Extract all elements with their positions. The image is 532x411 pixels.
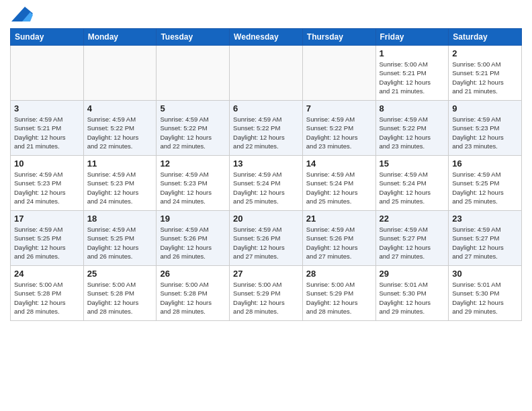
day-info: Sunrise: 5:01 AM Sunset: 5:30 PM Dayligh… [452,280,518,316]
day-number: 24 [14,269,80,279]
calendar-cell: 10Sunrise: 4:59 AM Sunset: 5:23 PM Dayli… [11,156,84,211]
calendar-cell: 25Sunrise: 5:00 AM Sunset: 5:28 PM Dayli… [83,266,157,321]
day-number: 8 [380,103,445,113]
day-number: 22 [380,214,445,224]
calendar-cell: 29Sunrise: 5:01 AM Sunset: 5:30 PM Dayli… [375,266,449,321]
calendar-cell: 5Sunrise: 4:59 AM Sunset: 5:22 PM Daylig… [157,101,230,156]
calendar-cell: 13Sunrise: 4:59 AM Sunset: 5:24 PM Dayli… [230,156,303,211]
logo-icon [11,7,33,21]
calendar-cell: 20Sunrise: 4:59 AM Sunset: 5:26 PM Dayli… [230,211,303,266]
day-info: Sunrise: 4:59 AM Sunset: 5:25 PM Dayligh… [452,170,518,205]
calendar-cell: 24Sunrise: 5:00 AM Sunset: 5:28 PM Dayli… [11,266,84,321]
calendar-cell: 3Sunrise: 4:59 AM Sunset: 5:21 PM Daylig… [11,101,84,156]
page: SundayMondayTuesdayWednesdayThursdayFrid… [0,0,532,328]
day-info: Sunrise: 5:00 AM Sunset: 5:28 PM Dayligh… [87,280,153,316]
calendar-week-row-5: 24Sunrise: 5:00 AM Sunset: 5:28 PM Dayli… [11,266,522,321]
calendar-cell: 6Sunrise: 4:59 AM Sunset: 5:22 PM Daylig… [230,101,303,156]
day-number: 23 [452,214,518,224]
day-info: Sunrise: 4:59 AM Sunset: 5:23 PM Dayligh… [87,170,153,205]
day-number: 21 [306,214,372,224]
weekday-header-wednesday: Wednesday [230,29,303,46]
calendar-cell [302,46,375,101]
day-info: Sunrise: 4:59 AM Sunset: 5:22 PM Dayligh… [380,115,445,150]
day-info: Sunrise: 4:59 AM Sunset: 5:23 PM Dayligh… [160,170,226,205]
weekday-header-monday: Monday [83,29,157,46]
calendar-cell: 15Sunrise: 4:59 AM Sunset: 5:24 PM Dayli… [375,156,449,211]
day-number: 29 [380,269,445,279]
calendar-cell [83,46,157,101]
calendar-cell: 8Sunrise: 4:59 AM Sunset: 5:22 PM Daylig… [375,101,449,156]
day-number: 13 [233,158,299,169]
day-info: Sunrise: 4:59 AM Sunset: 5:22 PM Dayligh… [87,115,153,150]
weekday-header-saturday: Saturday [449,29,522,46]
calendar-cell: 7Sunrise: 4:59 AM Sunset: 5:22 PM Daylig… [302,101,375,156]
calendar-cell [157,46,230,101]
day-info: Sunrise: 5:01 AM Sunset: 5:30 PM Dayligh… [380,280,445,316]
day-number: 14 [306,158,372,169]
calendar-cell: 30Sunrise: 5:01 AM Sunset: 5:30 PM Dayli… [449,266,522,321]
calendar-cell: 14Sunrise: 4:59 AM Sunset: 5:24 PM Dayli… [302,156,375,211]
day-info: Sunrise: 4:59 AM Sunset: 5:22 PM Dayligh… [160,115,226,150]
day-number: 16 [452,158,518,169]
day-info: Sunrise: 5:00 AM Sunset: 5:28 PM Dayligh… [14,280,80,316]
calendar-cell: 27Sunrise: 5:00 AM Sunset: 5:29 PM Dayli… [230,266,303,321]
day-number: 12 [160,158,226,169]
weekday-header-sunday: Sunday [11,29,84,46]
calendar-cell: 2Sunrise: 5:00 AM Sunset: 5:21 PM Daylig… [449,46,522,101]
weekday-header-friday: Friday [375,29,449,46]
day-number: 19 [160,214,226,224]
calendar-week-row-3: 10Sunrise: 4:59 AM Sunset: 5:23 PM Dayli… [11,156,522,211]
day-info: Sunrise: 5:00 AM Sunset: 5:21 PM Dayligh… [380,60,445,95]
day-number: 11 [87,158,153,169]
calendar-cell: 18Sunrise: 4:59 AM Sunset: 5:25 PM Dayli… [83,211,157,266]
calendar-cell: 9Sunrise: 4:59 AM Sunset: 5:23 PM Daylig… [449,101,522,156]
day-number: 3 [14,103,80,113]
logo [10,7,33,21]
calendar-cell: 22Sunrise: 4:59 AM Sunset: 5:27 PM Dayli… [375,211,449,266]
calendar-week-row-2: 3Sunrise: 4:59 AM Sunset: 5:21 PM Daylig… [11,101,522,156]
calendar-week-row-1: 1Sunrise: 5:00 AM Sunset: 5:21 PM Daylig… [11,46,522,101]
header [10,7,522,21]
day-number: 10 [14,158,80,169]
day-info: Sunrise: 5:00 AM Sunset: 5:28 PM Dayligh… [160,280,226,316]
day-info: Sunrise: 4:59 AM Sunset: 5:21 PM Dayligh… [14,115,80,150]
weekday-header-thursday: Thursday [302,29,375,46]
calendar-cell: 16Sunrise: 4:59 AM Sunset: 5:25 PM Dayli… [449,156,522,211]
day-number: 27 [233,269,299,279]
day-info: Sunrise: 4:59 AM Sunset: 5:22 PM Dayligh… [306,115,372,150]
day-info: Sunrise: 4:59 AM Sunset: 5:27 PM Dayligh… [380,225,445,261]
day-info: Sunrise: 4:59 AM Sunset: 5:24 PM Dayligh… [380,170,445,205]
day-number: 25 [87,269,153,279]
day-number: 20 [233,214,299,224]
day-number: 4 [87,103,153,113]
day-info: Sunrise: 4:59 AM Sunset: 5:25 PM Dayligh… [87,225,153,261]
calendar-cell: 28Sunrise: 5:00 AM Sunset: 5:29 PM Dayli… [302,266,375,321]
day-number: 28 [306,269,372,279]
day-info: Sunrise: 4:59 AM Sunset: 5:26 PM Dayligh… [160,225,226,261]
day-info: Sunrise: 4:59 AM Sunset: 5:26 PM Dayligh… [233,225,299,261]
calendar-cell: 12Sunrise: 4:59 AM Sunset: 5:23 PM Dayli… [157,156,230,211]
day-number: 30 [452,269,518,279]
calendar-cell: 19Sunrise: 4:59 AM Sunset: 5:26 PM Dayli… [157,211,230,266]
day-number: 7 [306,103,372,113]
day-number: 6 [233,103,299,113]
day-number: 5 [160,103,226,113]
day-info: Sunrise: 4:59 AM Sunset: 5:23 PM Dayligh… [14,170,80,205]
day-info: Sunrise: 5:00 AM Sunset: 5:29 PM Dayligh… [233,280,299,316]
day-number: 26 [160,269,226,279]
day-info: Sunrise: 5:00 AM Sunset: 5:29 PM Dayligh… [306,280,372,316]
day-number: 15 [380,158,445,169]
day-info: Sunrise: 4:59 AM Sunset: 5:24 PM Dayligh… [306,170,372,205]
calendar-cell: 26Sunrise: 5:00 AM Sunset: 5:28 PM Dayli… [157,266,230,321]
calendar-cell [230,46,303,101]
day-info: Sunrise: 4:59 AM Sunset: 5:23 PM Dayligh… [452,115,518,150]
day-number: 2 [452,48,518,58]
weekday-header-row: SundayMondayTuesdayWednesdayThursdayFrid… [11,29,522,46]
day-info: Sunrise: 4:59 AM Sunset: 5:27 PM Dayligh… [452,225,518,261]
day-number: 1 [380,48,445,58]
day-number: 18 [87,214,153,224]
calendar-cell: 4Sunrise: 4:59 AM Sunset: 5:22 PM Daylig… [83,101,157,156]
day-info: Sunrise: 4:59 AM Sunset: 5:22 PM Dayligh… [233,115,299,150]
calendar-week-row-4: 17Sunrise: 4:59 AM Sunset: 5:25 PM Dayli… [11,211,522,266]
calendar-cell [11,46,84,101]
